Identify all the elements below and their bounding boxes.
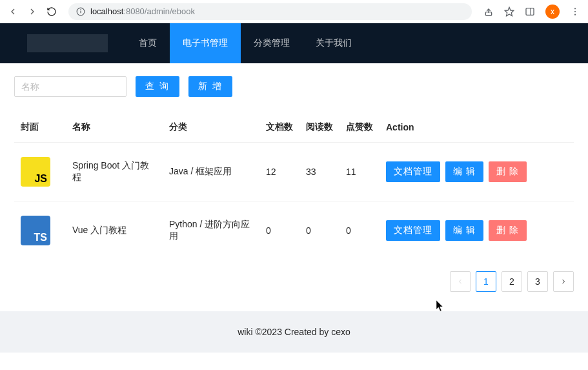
- cell-category: Python / 进阶方向应用: [163, 201, 259, 260]
- th-docs: 文档数: [259, 112, 299, 143]
- url-text: localhost:8080/admin/ebook: [90, 6, 195, 16]
- cell-likes: 11: [340, 143, 380, 201]
- svg-point-2: [81, 9, 81, 10]
- share-icon[interactable]: [483, 6, 494, 17]
- site-info-icon[interactable]: [76, 7, 85, 16]
- menu-dots-icon[interactable]: [570, 6, 580, 17]
- th-cover: 封面: [14, 112, 66, 143]
- edit-button[interactable]: 编 辑: [445, 161, 483, 182]
- table-row: TSVue 入门教程Python / 进阶方向应用000文档管理编 辑删 除: [14, 201, 574, 260]
- nav-item-3[interactable]: 关于我们: [303, 23, 365, 63]
- nav-item-0[interactable]: 首页: [126, 23, 170, 63]
- page-2[interactable]: 2: [502, 271, 522, 292]
- th-likes: 点赞数: [340, 112, 380, 143]
- footer: wiki ©2023 Created by cexo: [0, 311, 588, 353]
- pagination: 123: [0, 260, 588, 311]
- back-icon[interactable]: [8, 6, 18, 17]
- nav-item-1[interactable]: 电子书管理: [170, 23, 241, 63]
- cursor-icon: [436, 300, 445, 314]
- cell-docs: 0: [259, 201, 299, 260]
- url-bar[interactable]: localhost:8080/admin/ebook: [68, 3, 472, 20]
- panel-icon[interactable]: [525, 6, 535, 17]
- logo-placeholder: [27, 34, 108, 52]
- star-icon[interactable]: [504, 6, 514, 17]
- delete-button[interactable]: 删 除: [489, 161, 527, 182]
- cell-category: Java / 框架应用: [163, 143, 259, 201]
- filter-row: 查 询 新 增: [14, 76, 574, 97]
- profile-avatar[interactable]: x: [545, 5, 560, 19]
- svg-point-8: [574, 10, 576, 12]
- reload-icon[interactable]: [46, 6, 57, 17]
- forward-icon[interactable]: [27, 6, 37, 17]
- svg-rect-5: [526, 8, 534, 15]
- cell-docs: 12: [259, 143, 299, 201]
- th-name: 名称: [66, 112, 163, 143]
- th-action: Action: [380, 112, 574, 143]
- cell-name: Spring Boot 入门教程: [66, 143, 163, 201]
- svg-point-7: [574, 8, 576, 9]
- th-reads: 阅读数: [299, 112, 340, 143]
- add-button[interactable]: 新 增: [188, 76, 232, 97]
- table-row: JSSpring Boot 入门教程Java / 框架应用123311文档管理编…: [14, 143, 574, 201]
- search-button[interactable]: 查 询: [136, 76, 179, 97]
- doc-manage-button[interactable]: 文档管理: [386, 161, 440, 182]
- page-1[interactable]: 1: [476, 271, 496, 292]
- cover-thumbnail: JS: [21, 157, 50, 187]
- svg-marker-4: [505, 7, 513, 15]
- edit-button[interactable]: 编 辑: [445, 220, 483, 241]
- page-prev[interactable]: [450, 271, 471, 292]
- page-3[interactable]: 3: [527, 271, 548, 292]
- cell-name: Vue 入门教程: [66, 201, 163, 260]
- cell-likes: 0: [340, 201, 380, 260]
- name-input[interactable]: [14, 76, 127, 97]
- top-nav: 首页电子书管理分类管理关于我们: [0, 23, 588, 63]
- cell-reads: 33: [299, 143, 340, 201]
- cell-reads: 0: [299, 201, 340, 260]
- th-category: 分类: [163, 112, 259, 143]
- svg-point-9: [574, 14, 576, 15]
- page-next[interactable]: [553, 271, 574, 292]
- cover-thumbnail: TS: [21, 216, 50, 245]
- delete-button[interactable]: 删 除: [489, 220, 527, 241]
- browser-toolbar: localhost:8080/admin/ebook x: [0, 0, 588, 23]
- nav-item-2[interactable]: 分类管理: [241, 23, 303, 63]
- footer-text: wiki ©2023 Created by cexo: [238, 327, 350, 337]
- doc-manage-button[interactable]: 文档管理: [386, 220, 440, 241]
- ebook-table: 封面 名称 分类 文档数 阅读数 点赞数 Action JSSpring Boo…: [14, 112, 574, 260]
